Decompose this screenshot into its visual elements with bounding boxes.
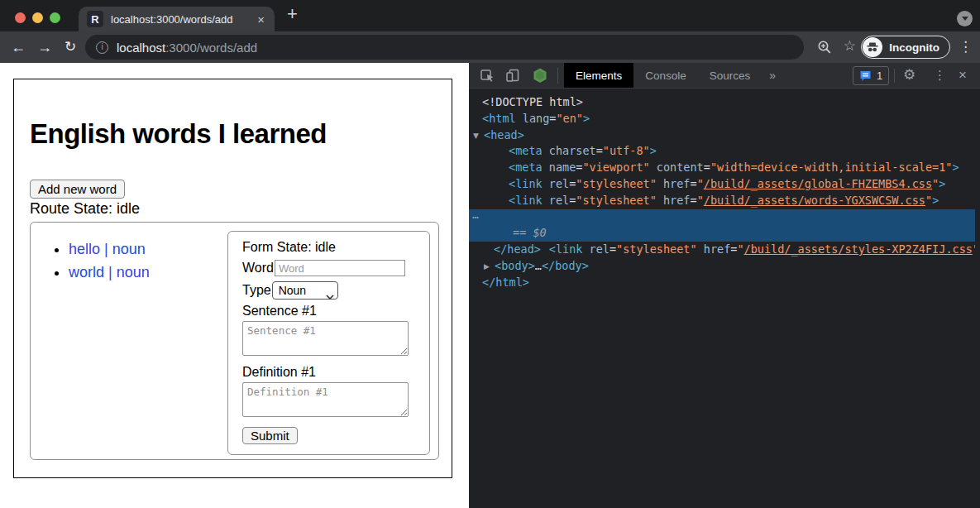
toolbar-divider	[894, 69, 895, 83]
word-link[interactable]: hello | noun	[69, 241, 146, 257]
sentence-label: Sentence #1	[242, 304, 317, 319]
code-line[interactable]: </html>	[469, 275, 980, 291]
words-panel: hello | noun world | noun Form State: id…	[30, 222, 439, 460]
word-list: hello | noun world | noun	[53, 241, 150, 287]
list-item: world | noun	[69, 264, 150, 281]
code-line[interactable]: <!DOCTYPE html>	[469, 94, 980, 111]
device-toolbar-icon[interactable]	[504, 67, 521, 84]
element-options-icon[interactable]: ⋯	[472, 209, 480, 226]
submit-button[interactable]: Submit	[242, 427, 298, 444]
form-state-text: Form State: idle	[242, 240, 336, 255]
word-link[interactable]: world | noun	[69, 264, 150, 280]
type-label: Type	[242, 283, 271, 298]
incognito-icon	[866, 41, 879, 54]
add-word-form: Form State: idle Word Type Noun	[227, 231, 430, 455]
issues-count: 1	[877, 69, 882, 82]
inspect-element-icon[interactable]	[479, 67, 495, 84]
incognito-badge[interactable]: Incognito	[861, 36, 950, 59]
tab-title: localhost:3000/words/add	[111, 13, 256, 26]
back-button[interactable]: ←	[11, 38, 26, 56]
address-bar[interactable]: i localhost:3000/words/add	[85, 35, 804, 60]
browser-toolbar: ← → ↻ i localhost:3000/words/add ☆	[0, 31, 980, 63]
code-line[interactable]: </head>	[469, 242, 980, 258]
page-container: English words I learned Add new word Rou…	[13, 79, 452, 478]
code-line[interactable]: <link rel="stylesheet" href="/build/_ass…	[469, 176, 980, 193]
code-line[interactable]: ▶<body>…</body>	[469, 258, 980, 275]
window-zoom-button[interactable]	[50, 12, 60, 23]
remix-favicon-icon: R	[87, 11, 103, 27]
word-label: Word	[242, 261, 274, 276]
scrollbar-gutter[interactable]	[975, 89, 980, 508]
sentence-textarea[interactable]	[242, 321, 409, 356]
elements-tree: <!DOCTYPE html> <html lang="en"> ▼<head>…	[469, 89, 980, 508]
site-info-icon[interactable]: i	[96, 41, 108, 54]
code-line[interactable]: <meta name="viewport" content="width=dev…	[469, 160, 980, 176]
page-title: English words I learned	[30, 118, 327, 150]
chevron-down-icon	[962, 17, 968, 21]
list-item: hello | noun	[69, 241, 150, 258]
code-line[interactable]: <link rel="stylesheet" href="/build/_ass…	[469, 193, 980, 209]
code-line-selected[interactable]: ⋯ <link rel="stylesheet" href="/build/_a…	[469, 209, 980, 226]
browser-menu-button[interactable]: ⋮	[958, 38, 973, 55]
browser-window: R localhost:3000/words/add × + ← → ↻ i l…	[0, 0, 980, 508]
devtools-panel: Elements Console Sources » 1 ⚙ ⋮ × <!DOC…	[469, 63, 980, 508]
tab-elements[interactable]: Elements	[564, 63, 633, 88]
more-tabs-icon[interactable]: »	[769, 69, 776, 82]
url-text[interactable]: localhost:3000/words/add	[117, 41, 257, 55]
browser-tab[interactable]: R localhost:3000/words/add ×	[79, 7, 275, 31]
reload-button[interactable]: ↻	[65, 38, 76, 56]
definition-textarea[interactable]	[242, 382, 409, 417]
tab-close-icon[interactable]: ×	[256, 13, 266, 26]
code-line[interactable]: <html lang="en">	[469, 111, 980, 127]
url-host: localhost	[117, 41, 165, 55]
extension-hexagon-icon[interactable]	[532, 67, 548, 84]
word-input[interactable]	[275, 260, 405, 276]
tab-sources[interactable]: Sources	[698, 63, 762, 88]
route-state-text: Route State: idle	[30, 200, 140, 218]
page-zoom-icon[interactable]	[817, 40, 832, 58]
incognito-label: Incognito	[889, 41, 939, 54]
code-line-selected[interactable]: == $0	[469, 225, 980, 242]
code-line[interactable]: ▼<head>	[469, 127, 980, 144]
bookmark-star-icon[interactable]: ☆	[844, 37, 856, 55]
url-path: :3000/words/add	[165, 41, 257, 55]
settings-gear-icon[interactable]: ⚙	[903, 66, 915, 84]
type-select[interactable]: Noun	[272, 281, 338, 300]
issues-counter[interactable]: 1	[853, 66, 889, 85]
devtools-toolbar: Elements Console Sources » 1 ⚙ ⋮ ×	[469, 63, 980, 89]
forward-button[interactable]: →	[37, 38, 52, 56]
window-close-button[interactable]	[15, 12, 26, 23]
incognito-avatar	[863, 37, 882, 57]
code-line[interactable]: <meta charset="utf-8">	[469, 143, 980, 160]
toolbar-divider	[557, 68, 558, 84]
issues-bubble-icon	[859, 70, 872, 82]
tab-console[interactable]: Console	[633, 63, 698, 88]
definition-label: Definition #1	[242, 365, 316, 380]
add-new-word-button[interactable]: Add new word	[30, 180, 125, 199]
tab-search-button[interactable]	[957, 11, 973, 26]
tab-strip: R localhost:3000/words/add × +	[0, 0, 980, 31]
devtools-tabs: Elements Console Sources	[564, 63, 762, 88]
window-minimize-button[interactable]	[32, 12, 43, 23]
devtools-menu-icon[interactable]: ⋮	[934, 68, 946, 83]
devtools-close-icon[interactable]: ×	[958, 67, 967, 84]
new-tab-button[interactable]: +	[287, 3, 298, 25]
page-viewport: English words I learned Add new word Rou…	[0, 63, 469, 508]
